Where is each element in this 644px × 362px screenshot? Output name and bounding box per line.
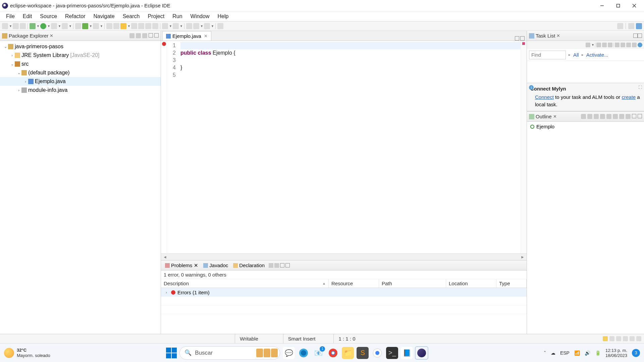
- new-class-button[interactable]: [82, 23, 88, 29]
- dropdown-icon[interactable]: ▼: [58, 24, 61, 28]
- maximize-view-icon[interactable]: [638, 34, 642, 38]
- code-editor[interactable]: 1 2 3 4 5 public class Ejemplo { }: [161, 41, 527, 253]
- view-menu-icon[interactable]: [274, 263, 279, 268]
- dropdown-icon[interactable]: ▼: [69, 24, 71, 28]
- dropdown-icon[interactable]: ▼: [89, 24, 92, 28]
- minimize-view-icon[interactable]: [515, 36, 519, 41]
- close-icon[interactable]: ✕: [556, 33, 560, 38]
- overview-ruler[interactable]: [521, 41, 527, 253]
- close-icon[interactable]: ⛶: [638, 85, 642, 89]
- menu-source[interactable]: Source: [36, 12, 61, 21]
- col-type[interactable]: Type: [496, 279, 527, 288]
- new-button[interactable]: [2, 23, 8, 29]
- close-icon[interactable]: ✕: [204, 34, 208, 39]
- close-icon[interactable]: ✕: [553, 114, 557, 119]
- status-icon[interactable]: [636, 336, 641, 341]
- close-icon[interactable]: ✕: [50, 33, 53, 38]
- twisty-open-icon[interactable]: ⌄: [3, 45, 8, 49]
- tab-declaration[interactable]: Declaration: [231, 261, 267, 270]
- back-button[interactable]: [186, 23, 192, 29]
- toolbar-icon[interactable]: [581, 114, 586, 119]
- taskbar-app-chat[interactable]: 💬: [283, 347, 295, 359]
- toolbar-icon[interactable]: [594, 114, 599, 119]
- error-overview-marker[interactable]: [522, 42, 525, 45]
- status-icon[interactable]: [609, 336, 614, 341]
- open-type-button[interactable]: [93, 23, 99, 29]
- maximize-button[interactable]: [610, 1, 626, 11]
- dropdown-icon[interactable]: ▼: [37, 24, 39, 28]
- taskbar-app-chrome[interactable]: [327, 347, 339, 359]
- status-icon[interactable]: [616, 336, 621, 341]
- outline-item[interactable]: Ejemplo: [530, 124, 641, 129]
- all-link[interactable]: All: [573, 52, 579, 58]
- minimize-view-icon[interactable]: [633, 34, 638, 38]
- link-editor-icon[interactable]: [136, 33, 141, 38]
- forward-button[interactable]: [193, 23, 199, 29]
- new-package-button[interactable]: [75, 23, 81, 29]
- maximize-view-icon[interactable]: [638, 114, 642, 118]
- tray-battery-icon[interactable]: 🔋: [595, 350, 601, 356]
- dropdown-icon[interactable]: ▼: [100, 24, 103, 28]
- toolbar-icon[interactable]: [586, 43, 590, 47]
- taskbar-app-edge[interactable]: [298, 347, 310, 359]
- toolbar-icon[interactable]: [606, 114, 611, 119]
- taskbar-app-sublime[interactable]: S: [357, 347, 369, 359]
- taskbar-app-terminal[interactable]: >_: [386, 347, 398, 359]
- view-menu-icon[interactable]: [142, 33, 147, 38]
- scroll-right-icon[interactable]: ►: [521, 255, 525, 259]
- filter-icon[interactable]: [269, 263, 273, 268]
- error-marker-icon[interactable]: [162, 42, 166, 46]
- tray-chevron-icon[interactable]: ˄: [544, 350, 546, 356]
- save-all-button[interactable]: [20, 23, 26, 29]
- menu-window[interactable]: Window: [186, 12, 214, 21]
- coverage-button[interactable]: [51, 23, 57, 29]
- run-button[interactable]: [40, 23, 46, 29]
- twisty-closed-icon[interactable]: ›: [23, 79, 28, 83]
- editor-hscroll[interactable]: ◄►: [161, 253, 527, 260]
- maximize-view-icon[interactable]: [520, 36, 525, 41]
- dropdown-icon[interactable]: ▼: [9, 24, 12, 28]
- minimize-view-icon[interactable]: [149, 33, 153, 38]
- twisty-closed-icon[interactable]: ›: [16, 88, 21, 92]
- toolbar-button[interactable]: [145, 23, 151, 29]
- tray-onedrive-icon[interactable]: ☁: [551, 350, 555, 356]
- toolbar-icon[interactable]: [600, 114, 605, 119]
- toolbar-icon[interactable]: [613, 114, 618, 119]
- minimize-view-icon[interactable]: [280, 263, 284, 267]
- debug-button[interactable]: [30, 23, 36, 29]
- twisty-open-icon[interactable]: ⌄: [16, 71, 21, 75]
- menu-navigate[interactable]: Navigate: [90, 12, 119, 21]
- save-button[interactable]: [13, 23, 19, 29]
- search-button[interactable]: [106, 23, 112, 29]
- toolbar-button[interactable]: [162, 23, 168, 29]
- twisty-closed-icon[interactable]: ›: [9, 53, 15, 57]
- taskbar-search[interactable]: 🔍 Buscar: [179, 346, 280, 360]
- pin-button[interactable]: [217, 23, 223, 29]
- toolbar-icon[interactable]: [632, 43, 637, 47]
- tab-problems[interactable]: Problems ✕: [163, 261, 200, 270]
- status-icon[interactable]: [623, 336, 628, 341]
- dropdown-icon[interactable]: ▼: [127, 24, 130, 28]
- taskbar-app-chrome-canary[interactable]: [371, 347, 383, 359]
- activate-link[interactable]: Activate...: [586, 52, 608, 58]
- maximize-view-icon[interactable]: [154, 33, 159, 38]
- toolbar-icon[interactable]: [602, 43, 607, 47]
- col-location[interactable]: Location: [446, 279, 496, 288]
- start-button[interactable]: [166, 348, 177, 358]
- col-path[interactable]: Path: [379, 279, 446, 288]
- tree-src[interactable]: ⌄ src: [0, 60, 161, 68]
- toolbar-icon[interactable]: [621, 43, 625, 47]
- twisty-open-icon[interactable]: ⌄: [9, 62, 15, 66]
- nav-button[interactable]: [204, 23, 210, 29]
- java-perspective-button[interactable]: [636, 23, 642, 29]
- taskbar-app-eclipse[interactable]: [416, 347, 428, 359]
- dropdown-icon[interactable]: ▼: [211, 24, 214, 28]
- view-menu-icon[interactable]: [626, 114, 631, 119]
- toolbar-button[interactable]: [131, 23, 137, 29]
- toggle-mark-button[interactable]: [113, 23, 119, 29]
- menu-refactor[interactable]: Refactor: [61, 12, 89, 21]
- toolbar-icon[interactable]: [615, 43, 620, 47]
- editor-tab-ejemplo[interactable]: Ejemplo.java ✕: [162, 31, 211, 41]
- dropdown-icon[interactable]: ▼: [169, 24, 172, 28]
- taskbar-app-mail[interactable]: 📧1: [312, 347, 324, 359]
